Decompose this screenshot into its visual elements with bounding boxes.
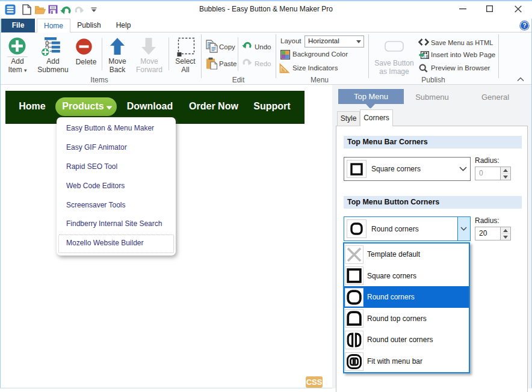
svg-text:?: ?	[522, 22, 526, 29]
